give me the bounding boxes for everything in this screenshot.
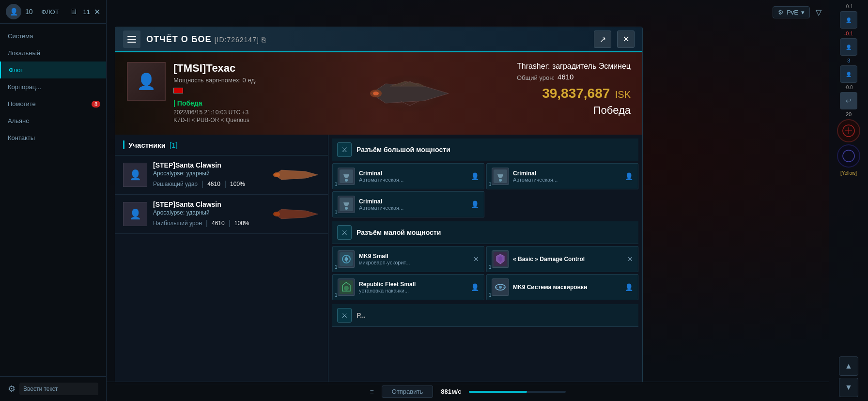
pve-dropdown[interactable]: ⚙ PvE ▾ <box>773 6 810 18</box>
modal-hero: 👤 [TMSI]Техас Мощность варп-помех: 0 ед.… <box>115 52 642 135</box>
hamburger-line-2 <box>127 39 136 40</box>
module-name-low-1: MK9 Small <box>359 253 469 260</box>
sidebar-item-fleet[interactable]: Флот <box>0 62 106 78</box>
module-low-num-3: 1 <box>335 293 338 298</box>
arrow-up-icon[interactable]: ▲ <box>839 356 858 376</box>
module-icon-low-2 <box>492 250 509 268</box>
module-low-num-2: 1 <box>489 264 492 270</box>
module-close-1[interactable]: ✕ <box>473 255 479 263</box>
stat-damage-1: 4610 <box>207 181 220 187</box>
right-icon-3[interactable]: 👤 <box>840 65 857 83</box>
medium-slot-title: Р... <box>356 311 366 319</box>
module-name-low-4: MK9 Система маскировки <box>513 284 621 291</box>
module-high-3: 1 Criminal Автоматическая... 👤 <box>332 191 484 217</box>
modal-title-id: [ID:7262147] ⎘ <box>215 36 266 44</box>
right-stat-2: -0.1 <box>844 31 853 36</box>
module-low-num-4: 1 <box>489 293 492 298</box>
ship-image-small-1 <box>272 163 320 187</box>
hero-avatar: 👤 <box>127 62 166 101</box>
module-close-2[interactable]: ✕ <box>627 255 633 263</box>
ship-svg <box>366 69 453 118</box>
right-icon-1[interactable]: 👤 <box>840 11 857 29</box>
module-info-low-4: MK9 Система маскировки <box>513 284 621 291</box>
sidebar-item-contacts[interactable]: Контакты <box>0 129 106 146</box>
menu-button[interactable] <box>123 31 140 48</box>
module-person-icon-1: 👤 <box>471 172 479 180</box>
sidebar-close-button[interactable]: ✕ <box>94 7 100 16</box>
settings-icon[interactable]: ⚙ <box>8 384 16 394</box>
module-person-icon-2: 👤 <box>625 172 633 180</box>
sidebar-header: 👤 10 ФЛОТ 🖥 11 ✕ <box>0 0 106 24</box>
module-high-2: 1 Criminal Автоматическая... 👤 <box>486 163 638 189</box>
module-icon-low-1 <box>338 250 355 268</box>
stat-damage-2: 4610 <box>212 220 225 227</box>
sidebar-item-help[interactable]: Помогите 8 <box>0 95 106 112</box>
high-slot-title: Разъём большой мощности <box>356 146 450 154</box>
stat-pct-2: 100% <box>234 220 249 227</box>
module-person-icon-low-3: 👤 <box>471 283 479 291</box>
send-button[interactable]: Отправить <box>382 386 433 398</box>
module-info-high-1: Criminal Автоматическая... <box>359 170 467 183</box>
module-info-low-3: Republic Fleet Small установка накачки..… <box>359 281 467 293</box>
section-bar <box>123 140 124 149</box>
participant-info-1: [STEP]Santa Clawsin Apocalypse: ударный … <box>153 161 266 188</box>
low-slot-title: Разъём малой мощности <box>356 229 441 236</box>
module-desc-high-1: Автоматическая... <box>359 177 467 183</box>
chat-input-placeholder[interactable]: Ввести текст <box>19 383 98 395</box>
right-icon-2[interactable]: 👤 <box>840 38 857 56</box>
sidebar: 👤 10 ФЛОТ 🖥 11 ✕ Система Локальный Флот … <box>0 0 107 401</box>
total-damage-value: 4610 <box>558 73 574 81</box>
topbar: ⚙ PvE ▾ ▽ <box>107 0 829 24</box>
right-stat-3: 3 <box>847 58 850 63</box>
pve-label: PvE <box>787 9 798 16</box>
export-button[interactable]: ↗ <box>594 31 611 48</box>
filter-icon[interactable]: ▽ <box>816 8 822 17</box>
participant-name-1: [STEP]Santa Clawsin <box>153 161 266 169</box>
svg-point-15 <box>344 286 349 291</box>
low-slot-icon: ⚔ <box>337 225 352 240</box>
module-desc-low-3: установка накачки... <box>359 288 467 293</box>
right-nav-icon[interactable]: ↩ <box>840 92 857 109</box>
sidebar-item-local[interactable]: Локальный <box>0 45 106 62</box>
right-stat-5: 20 <box>846 111 852 117</box>
fleet-label: ФЛОТ <box>37 8 64 15</box>
sidebar-item-corp[interactable]: Корпорац... <box>0 78 106 95</box>
module-low-2: 1 « Basic » Damage Control ✕ <box>486 246 638 272</box>
pve-chevron-icon: ▾ <box>801 9 805 16</box>
participant-name-2: [STEP]Santa Clawsin <box>153 200 266 208</box>
participants-header: Участники [1] <box>115 135 328 155</box>
module-num-1: 1 <box>335 182 338 187</box>
module-person-icon-low-4: 👤 <box>625 283 633 291</box>
participant-avatar-1: 👤 <box>123 163 147 187</box>
module-desc-low-1: микроварп-ускорит... <box>359 260 469 265</box>
ship-image-small-2 <box>272 202 320 226</box>
modal-close-button[interactable]: ✕ <box>617 31 635 48</box>
speed-display: 881м/с <box>441 388 461 395</box>
participants-count: [1] <box>170 141 178 149</box>
mini-map-node-1[interactable] <box>837 119 860 142</box>
module-icon-low-4 <box>492 278 509 296</box>
battle-report-modal: ОТЧЁТ О БОЕ [ID:7262147] ⎘ ↗ ✕ 👤 [TMSI]Т… <box>115 27 643 385</box>
sidebar-item-alliance[interactable]: Альянс <box>0 112 106 129</box>
avatar-image: 👤 <box>128 62 165 101</box>
medium-power-header: ⚔ Р... <box>332 304 638 327</box>
monitor-icon: 🖥 <box>68 6 79 17</box>
participant-ship-1: Apocalypse: ударный <box>153 170 266 177</box>
participants-title: Участники <box>128 141 166 149</box>
pve-settings-icon: ⚙ <box>778 9 784 16</box>
low-power-header: ⚔ Разъём малой мощности <box>332 221 638 244</box>
participant-stats-2: Наибольший урон | 4610 | 100% <box>153 219 266 228</box>
mini-map-node-2[interactable] <box>837 144 860 168</box>
svg-point-18 <box>499 286 502 289</box>
participants-panel: Участники [1] 👤 [STEP]Santa Clawsin Apoc… <box>115 135 328 385</box>
module-info-low-2: « Basic » Damage Control <box>513 256 623 262</box>
svg-point-2 <box>373 92 379 95</box>
medium-slot-icon: ⚔ <box>337 308 352 323</box>
high-power-section: ⚔ Разъём большой мощности 1 C <box>332 139 638 217</box>
sidebar-item-sistema[interactable]: Система <box>0 28 106 45</box>
right-bottom-icons: ▲ ▼ <box>839 356 858 397</box>
monitor-count: 11 <box>83 8 90 15</box>
speed-bar-container <box>469 391 566 393</box>
module-num-2: 1 <box>489 182 492 187</box>
arrow-down-icon[interactable]: ▼ <box>839 378 858 397</box>
